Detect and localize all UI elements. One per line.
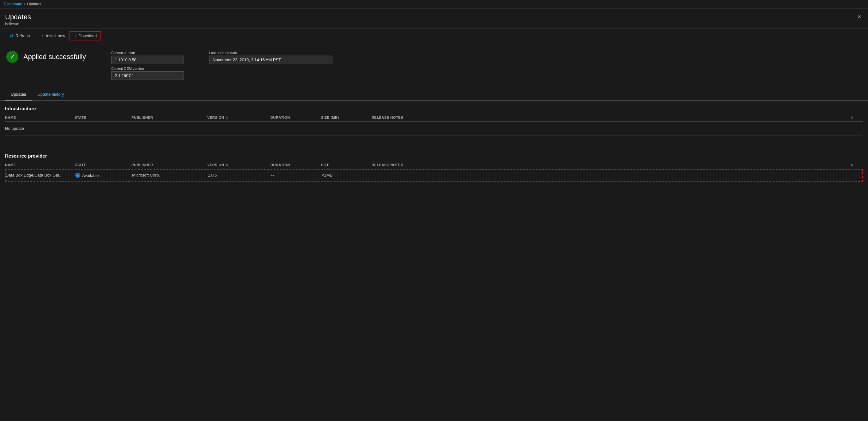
version-sort-icon: ⇅ (225, 116, 228, 119)
rp-row-publisher: Microsoft Corp. (132, 173, 208, 178)
rp-col-size: SIZE (321, 163, 372, 167)
breadcrumb: Dashboard > Updates (0, 0, 868, 8)
info-icon: i (75, 173, 80, 178)
rp-col-sort[interactable]: ⇅ (850, 163, 863, 167)
panel-header: Updates bellevue × (0, 8, 868, 28)
rp-col-name: NAME (5, 163, 74, 167)
rp-row-state: i Available (75, 173, 132, 178)
content-area: Infrastructure NAME STATE PUBLISHER VERS… (0, 101, 868, 188)
version-fields: Current version 1.1910.0.58 Current OEM … (111, 51, 184, 80)
status-text: Applied successfully (23, 53, 86, 61)
rp-col-version[interactable]: VERSION ⇅ (207, 163, 271, 167)
current-oem-value: 2.1.1907.1 (111, 71, 184, 80)
infra-col-sort[interactable]: ⇅ (850, 116, 863, 119)
tab-updates[interactable]: Updates (5, 89, 32, 100)
rp-row-release-notes (372, 173, 850, 178)
infrastructure-header-row: NAME STATE PUBLISHER VERSION ⇅ DURATION … (5, 114, 863, 122)
panel-title-group: Updates bellevue (5, 13, 31, 26)
toolbar: ↺ Refresh ↑ Install now ↓ Download (0, 28, 868, 43)
rp-col-state: STATE (74, 163, 131, 167)
breadcrumb-parent[interactable]: Dashboard (4, 2, 23, 6)
install-icon: ↑ (42, 33, 44, 38)
current-version-value: 1.1910.0.58 (111, 56, 184, 64)
current-oem-label: Current OEM version (111, 67, 184, 70)
infra-col-name: NAME (5, 116, 74, 119)
refresh-icon: ↺ (9, 33, 13, 38)
rp-row-extra (850, 173, 862, 178)
status-left: ✓ Applied successfully (6, 51, 86, 63)
rp-row-name: Data Box Edge/Data Box Gat... (6, 173, 75, 178)
status-section: ✓ Applied successfully Current version 1… (0, 43, 868, 86)
close-button[interactable]: × (856, 13, 863, 21)
panel-title: Updates (5, 13, 31, 21)
rp-col-duration: DURATION (271, 163, 321, 167)
refresh-button[interactable]: ↺ Refresh (5, 31, 34, 40)
rp-row-size: <1MB (322, 173, 372, 178)
rp-version-sort-icon: ⇅ (225, 163, 228, 167)
last-updated-value: November 23, 2019, 3:14:16 AM PST (209, 56, 333, 64)
current-version-label: Current version (111, 51, 184, 55)
install-button[interactable]: ↑ Install now (37, 31, 70, 40)
breadcrumb-separator: > (24, 2, 26, 6)
tab-update-history[interactable]: Update history (32, 89, 69, 100)
last-updated-label: Last updated date (209, 51, 333, 55)
install-label: Install now (46, 33, 65, 38)
rp-row-duration: -- (271, 173, 322, 178)
toolbar-divider (36, 32, 36, 39)
infra-col-release-notes: RELEASE NOTES (372, 116, 850, 119)
download-button[interactable]: ↓ Download (69, 31, 101, 40)
resource-provider-heading: Resource provider (5, 148, 863, 161)
resource-provider-table: NAME STATE PUBLISHER VERSION ⇅ DURATION … (5, 161, 863, 182)
infra-col-version[interactable]: VERSION ⇅ (207, 116, 271, 119)
download-label: Download (79, 33, 97, 38)
current-oem-group: Current OEM version 2.1.1907.1 (111, 67, 184, 80)
tabs-bar: Updates Update history (0, 89, 868, 101)
available-badge: i Available (75, 173, 129, 178)
breadcrumb-current: Updates (27, 2, 41, 6)
rp-row-state-text: Available (82, 173, 99, 178)
resource-provider-header-row: NAME STATE PUBLISHER VERSION ⇅ DURATION … (5, 161, 863, 169)
infrastructure-table: NAME STATE PUBLISHER VERSION ⇅ DURATION … (5, 114, 863, 135)
infra-col-size: SIZE (MB) (321, 116, 372, 119)
resource-provider-section: Resource provider NAME STATE PUBLISHER V… (5, 148, 863, 182)
infrastructure-heading: Infrastructure (5, 101, 863, 114)
last-updated-group: Last updated date November 23, 2019, 3:1… (209, 51, 333, 64)
rp-col-publisher: PUBLISHER (131, 163, 207, 167)
infra-col-duration: DURATION (271, 116, 321, 119)
download-icon: ↓ (74, 33, 76, 38)
infra-col-publisher: PUBLISHER (131, 116, 207, 119)
rp-row-version: 1.0.5 (208, 173, 271, 178)
status-icon: ✓ (6, 51, 18, 63)
refresh-label: Refresh (16, 33, 30, 38)
current-version-group: Current version 1.1910.0.58 (111, 51, 184, 64)
no-update-row: No update (5, 122, 863, 135)
rp-col-release-notes: RELEASE NOTES (372, 163, 850, 167)
panel-subtitle: bellevue (5, 22, 31, 26)
infra-col-state: STATE (74, 116, 131, 119)
resource-provider-row[interactable]: Data Box Edge/Data Box Gat... i Availabl… (5, 169, 863, 182)
